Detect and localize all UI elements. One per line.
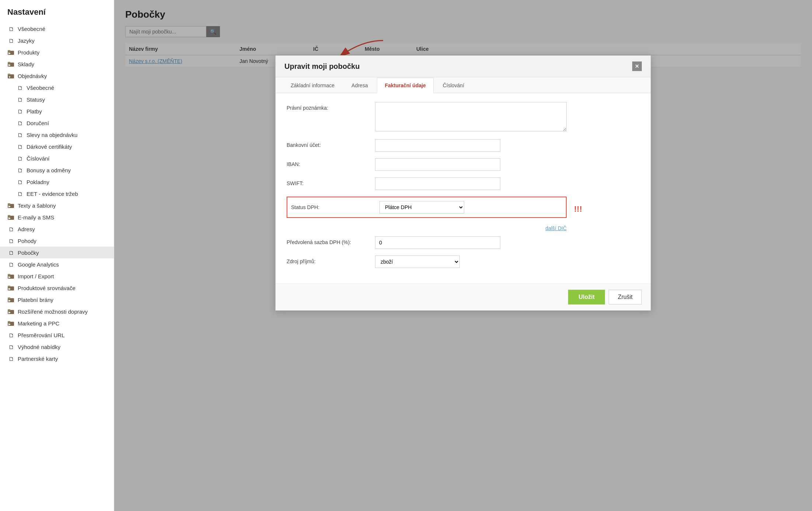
- file-icon: 🗋: [7, 225, 15, 233]
- dalsi-dic-link[interactable]: další DIČ: [545, 225, 567, 231]
- sidebar-item-bonusy-a-odmeny[interactable]: 🗋Bonusy a odměny: [0, 164, 114, 176]
- sidebar-item-vyhodne-nabidky[interactable]: 🗋Výhodné nabídky: [0, 341, 114, 353]
- sidebar-item-partnerske-karty[interactable]: 🗋Partnerské karty: [0, 353, 114, 364]
- file-icon: 🗋: [7, 25, 15, 32]
- textarea-pravni-poznamka[interactable]: [375, 102, 567, 131]
- svg-text:▼: ▼: [8, 75, 11, 79]
- folder-closed-icon: ▶: [7, 60, 15, 68]
- sidebar-item-label-bonusy-a-odmeny: Bonusy a odměny: [27, 167, 71, 173]
- sidebar-item-cislovani[interactable]: 🗋Číslování: [0, 152, 114, 164]
- sidebar-item-label-vyhodne-nabidky: Výhodné nabídky: [18, 344, 60, 350]
- input-predvolena-sazba[interactable]: [375, 236, 500, 249]
- sidebar-item-platby[interactable]: 🗋Platby: [0, 105, 114, 117]
- sidebar-item-doruceni[interactable]: 🗋Doručení: [0, 117, 114, 129]
- file-icon: 🗋: [7, 355, 15, 362]
- svg-text:▶: ▶: [8, 311, 11, 314]
- sidebar-item-produktove-srovnavace[interactable]: ▶Produktové srovnávače: [0, 282, 114, 294]
- sidebar-item-label-platby: Platby: [27, 108, 42, 114]
- sidebar-item-label-objednavky: Objednávky: [18, 73, 47, 79]
- sidebar-item-label-texty-a-sablony: Texty a šablony: [18, 202, 56, 209]
- form-row-pravni-poznamka: Právní poznámka:: [287, 102, 640, 133]
- svg-rect-7: [8, 74, 10, 75]
- sidebar-item-adresy[interactable]: 🗋Adresy: [0, 223, 114, 235]
- input-iban[interactable]: [375, 158, 500, 171]
- folder-closed-icon: ▶: [7, 320, 15, 327]
- label-iban: IBAN:: [287, 158, 375, 167]
- file-icon: 🗋: [7, 37, 15, 44]
- sidebar-item-google-analytics[interactable]: 🗋Google Analytics: [0, 258, 114, 270]
- sidebar-item-rozsirene-moznosti-dopravy[interactable]: ▶Rozšířené možnosti dopravy: [0, 306, 114, 317]
- tab-cislovani[interactable]: Číslování: [435, 78, 472, 93]
- sidebar-item-jazyky[interactable]: 🗋Jazyky: [0, 35, 114, 46]
- sidebar-item-pokladny[interactable]: 🗋Pokladny: [0, 176, 114, 188]
- svg-text:▶: ▶: [8, 323, 11, 326]
- cancel-button[interactable]: Zrušit: [609, 290, 642, 304]
- sidebar-item-label-doruceni: Doručení: [27, 120, 49, 126]
- file-icon: 🗋: [16, 178, 24, 186]
- sidebar-item-vseobecne-sub[interactable]: 🗋Všeobecné: [0, 82, 114, 94]
- svg-text:▶: ▶: [8, 216, 11, 220]
- save-button[interactable]: Uložit: [568, 290, 605, 304]
- sidebar-item-emaily-a-sms[interactable]: ▶E-maily a SMS: [0, 211, 114, 223]
- sidebar-item-label-import-export: Import / Export: [18, 273, 54, 279]
- field-swift: [375, 177, 567, 190]
- sidebar-item-platebni-brany[interactable]: ▶Platební brány: [0, 294, 114, 306]
- sidebar-item-label-cislovani: Číslování: [27, 155, 50, 162]
- folder-closed-icon: ▶: [7, 49, 15, 56]
- sidebar-item-pobocky[interactable]: 🗋Pobočky: [0, 247, 114, 258]
- sidebar-item-eet[interactable]: 🗋EET - evidence tržeb: [0, 188, 114, 200]
- svg-text:▶: ▶: [8, 63, 11, 67]
- folder-closed-icon: ▶: [7, 284, 15, 292]
- folder-open-icon: ▼: [7, 72, 15, 80]
- file-icon: 🗋: [7, 237, 15, 244]
- tab-adresa[interactable]: Adresa: [344, 78, 375, 93]
- modal-tabs: Základní informace Adresa Fakturační úda…: [276, 77, 651, 93]
- sidebar-item-label-rozsirene-moznosti-dopravy: Rozšířené možnosti dopravy: [18, 309, 88, 315]
- file-icon: 🗋: [16, 108, 24, 115]
- sidebar-item-pohody[interactable]: 🗋Pohody: [0, 235, 114, 247]
- form-row-swift: SWIFT:: [287, 177, 640, 190]
- sidebar-title: Nastavení: [0, 4, 114, 23]
- svg-text:▶: ▶: [8, 52, 11, 55]
- sidebar-item-sklady[interactable]: ▶Sklady: [0, 58, 114, 70]
- sidebar-item-label-pobocky: Pobočky: [18, 250, 39, 256]
- input-bankovni-ucet[interactable]: [375, 139, 500, 152]
- sidebar-item-slevy-na-objednavku[interactable]: 🗋Slevy na objednávku: [0, 129, 114, 141]
- tab-zakladni-informace[interactable]: Základní informace: [283, 78, 342, 93]
- modal-dialog: Upravit moji pobočku ✕ Základní informac…: [275, 55, 651, 311]
- form-row-status-dph: Status DPH: Plátce DPH Neplátce DPH: [287, 197, 567, 218]
- file-icon: 🗋: [16, 84, 24, 91]
- file-icon: 🗋: [7, 343, 15, 350]
- select-zdroj-prijmu[interactable]: zboží služby: [375, 256, 460, 268]
- svg-text:▶: ▶: [8, 287, 11, 290]
- select-status-dph[interactable]: Plátce DPH Neplátce DPH: [379, 201, 464, 214]
- sidebar-item-produkty[interactable]: ▶Produkty: [0, 46, 114, 58]
- sidebar-item-label-marketing-a-ppc: Marketing a PPC: [18, 320, 59, 327]
- sidebar-item-label-statusy: Statusy: [27, 96, 45, 103]
- sidebar-item-label-vseobecne-sub: Všeobecné: [27, 85, 54, 91]
- svg-text:▶: ▶: [8, 205, 11, 208]
- sidebar-item-presmerovani-url[interactable]: 🗋Přesměrování URL: [0, 329, 114, 341]
- sidebar-item-texty-a-sablony[interactable]: ▶Texty a šablony: [0, 200, 114, 211]
- sidebar-item-import-export[interactable]: ▶Import / Export: [0, 270, 114, 282]
- sidebar-item-statusy[interactable]: 🗋Statusy: [0, 94, 114, 105]
- modal-close-button[interactable]: ✕: [632, 61, 642, 71]
- sidebar-item-darkove-certifikaty[interactable]: 🗋Dárkové certifikáty: [0, 141, 114, 152]
- main-content: Pobočky 🔍 Název firmy Jméno IČ Město Uli…: [114, 0, 812, 511]
- label-bankovni-ucet: Bankovní účet:: [287, 139, 375, 148]
- file-icon: 🗋: [16, 131, 24, 138]
- modal-overlay: Upravit moji pobočku ✕ Základní informac…: [114, 0, 812, 511]
- sidebar-item-label-presmerovani-url: Přesměrování URL: [18, 332, 65, 338]
- sidebar-item-objednavky[interactable]: ▼Objednávky: [0, 70, 114, 82]
- file-icon: 🗋: [16, 119, 24, 127]
- file-icon: 🗋: [16, 190, 24, 197]
- sidebar-item-marketing-a-ppc[interactable]: ▶Marketing a PPC: [0, 317, 114, 329]
- sidebar-item-vseobecne[interactable]: 🗋Všeobecné: [0, 23, 114, 35]
- form-row-predvolena-sazba: Předvolená sazba DPH (%):: [287, 236, 640, 249]
- sidebar-item-label-pohody: Pohody: [18, 238, 36, 244]
- exclamation-annotation: !!!: [574, 204, 582, 214]
- input-swift[interactable]: [375, 177, 500, 190]
- sidebar-item-label-platebni-brany: Platební brány: [18, 297, 53, 303]
- modal-title: Upravit moji pobočku: [284, 62, 360, 71]
- tab-fakturacni-udaje[interactable]: Fakturační údaje: [377, 78, 433, 93]
